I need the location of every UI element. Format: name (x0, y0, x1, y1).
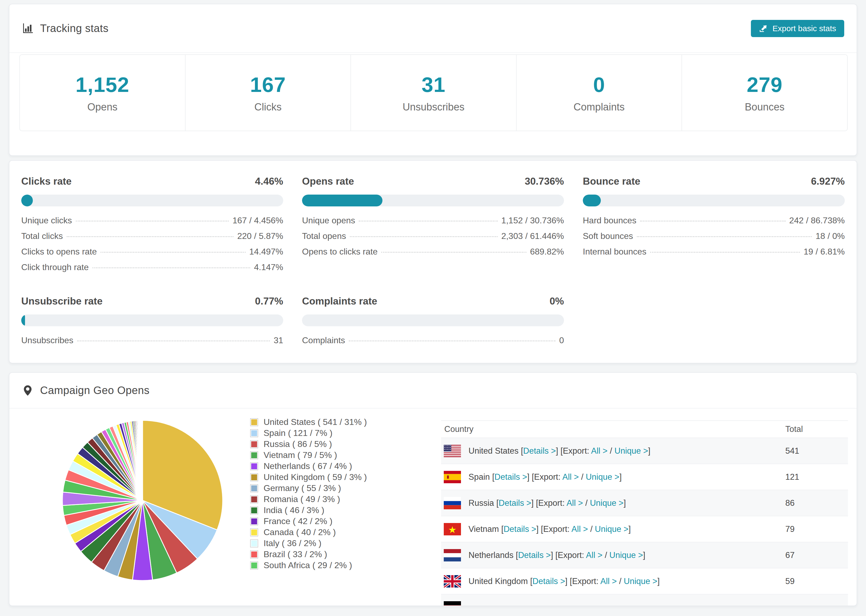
table-row: Vietnam [Details >] [Export: All > / Uni… (441, 516, 848, 542)
rate-row-value: 31 (274, 335, 283, 345)
details-link[interactable]: Details > (499, 498, 531, 508)
rate-value: 4.46% (255, 176, 283, 187)
legend-item[interactable]: South Africa ( 29 / 2% ) (250, 560, 367, 571)
country-name: Spain (469, 472, 492, 482)
stat-cell-opens: 1,152Opens (20, 55, 186, 130)
geo-header: Campaign Geo Opens (9, 373, 857, 409)
legend-color-swatch (250, 539, 258, 547)
export-unique-link[interactable]: Unique > (595, 524, 628, 534)
legend-label: South Africa ( 29 / 2% ) (264, 560, 352, 570)
legend-item[interactable]: Russia ( 86 / 5% ) (250, 438, 367, 449)
country-links: Netherlands [Details >] [Export: All > /… (469, 550, 645, 560)
stat-value: 1,152 (76, 72, 129, 97)
table-header-row: Country Total (441, 420, 848, 438)
export-basic-stats-button[interactable]: Export basic stats (751, 20, 844, 37)
legend-label: Spain ( 121 / 7% ) (264, 428, 332, 438)
legend-item[interactable]: Romania ( 49 / 3% ) (250, 494, 367, 505)
stat-cell-unsubscribes: 31Unsubscribes (351, 55, 516, 130)
country-links: Vietnam [Details >] [Export: All > / Uni… (469, 524, 631, 534)
rate-head: Unsubscribe rate0.77% (21, 295, 283, 307)
legend-item[interactable]: United States ( 541 / 31% ) (250, 416, 367, 427)
progress-bar-clicks-rate (21, 195, 283, 206)
geo-title: Campaign Geo Opens (40, 384, 150, 396)
rate-title: Complaints rate (302, 295, 377, 307)
rate-row: Total clicks220 / 5.87% (21, 231, 283, 247)
flag-us-icon (444, 445, 461, 457)
rate-head: Complaints rate0% (302, 295, 564, 307)
legend-item[interactable]: Germany ( 55 / 3% ) (250, 483, 367, 494)
legend-item[interactable]: Netherlands ( 67 / 4% ) (250, 460, 367, 472)
export-unique-link[interactable]: Unique > (624, 577, 657, 586)
stat-label: Complaints (574, 101, 625, 113)
dotted-leader (637, 236, 812, 237)
legend-item[interactable]: Brazil ( 33 / 2% ) (250, 549, 367, 560)
table-cell-total: 121 (785, 472, 848, 482)
export-all-link[interactable]: All > (591, 446, 608, 456)
table-cell-country: United Kingdom [Details >] [Export: All … (441, 575, 785, 588)
legend-item[interactable]: Spain ( 121 / 7% ) (250, 427, 367, 438)
rate-row-value: 4.147% (254, 262, 283, 272)
export-button-label: Export basic stats (772, 24, 836, 33)
progress-bar-bounce-rate (583, 195, 845, 206)
export-all-link[interactable]: All > (567, 498, 583, 508)
campaign-stats-page: { "theme": { "accent": "#1792a8", "bar_t… (0, 0, 866, 616)
legend-item[interactable]: India ( 46 / 3% ) (250, 505, 367, 516)
country-links: United Kingdom [Details >] [Export: All … (469, 577, 660, 586)
legend-item[interactable]: Vietnam ( 79 / 5% ) (250, 449, 367, 460)
legend-item[interactable]: Canada ( 40 / 2% ) (250, 527, 367, 538)
page-title: Tracking stats (40, 22, 109, 35)
legend-color-swatch (250, 451, 258, 459)
export-unique-link[interactable]: Unique > (614, 446, 648, 456)
rate-row: Soft bounces18 / 0% (583, 231, 845, 247)
tracking-stats-card: Tracking stats Export basic stats 1,152O… (9, 4, 857, 156)
rate-value: 6.927% (811, 176, 845, 187)
details-link[interactable]: Details > (518, 550, 551, 560)
export-all-link[interactable]: All > (562, 472, 579, 482)
details-link[interactable]: Details > (532, 577, 565, 586)
dotted-leader (76, 221, 229, 222)
export-unique-link[interactable]: Unique > (609, 550, 643, 560)
flag-es-icon (444, 471, 461, 483)
rate-row-label: Internal bounces (583, 247, 647, 257)
table-row (441, 594, 848, 606)
legend-item[interactable]: Italy ( 36 / 2% ) (250, 538, 367, 549)
details-link[interactable]: Details > (494, 472, 527, 482)
summary-stats-box: 1,152Opens167Clicks31Unsubscribes0Compla… (19, 54, 848, 131)
dotted-leader (650, 252, 800, 253)
rate-block-unsubscribe-rate: Unsubscribe rate0.77%Unsubscribes31 (21, 295, 283, 351)
country-links: United States [Details >] [Export: All >… (469, 446, 650, 456)
legend-label: Russia ( 86 / 5% ) (264, 439, 332, 449)
legend-color-swatch (250, 528, 258, 536)
rate-row: Hard bounces242 / 86.738% (583, 215, 845, 231)
rate-title: Bounce rate (583, 176, 640, 187)
rate-rows: Unique opens1,152 / 30.736%Total opens2,… (302, 215, 564, 262)
legend-item[interactable]: France ( 42 / 2% ) (250, 516, 367, 527)
country-links: Russia [Details >] [Export: All > / Uniq… (469, 498, 626, 508)
details-link[interactable]: Details > (504, 524, 536, 534)
rate-head: Bounce rate6.927% (583, 176, 845, 187)
rate-rows: Unsubscribes31 (21, 335, 283, 351)
table-row: United Kingdom [Details >] [Export: All … (441, 569, 848, 594)
pie-slice (142, 420, 143, 500)
details-link[interactable]: Details > (523, 446, 556, 456)
rate-row: Clicks to opens rate14.497% (21, 247, 283, 262)
legend-item[interactable]: United Kingdom ( 59 / 3% ) (250, 472, 367, 483)
bar-chart-icon (22, 23, 34, 35)
stat-label: Unsubscribes (403, 101, 464, 113)
progress-bar-fill (302, 195, 383, 206)
country-name: United Kingdom (469, 577, 530, 586)
export-all-link[interactable]: All > (572, 524, 588, 534)
export-unique-link[interactable]: Unique > (590, 498, 624, 508)
rate-row-value: 0 (559, 335, 564, 345)
export-all-link[interactable]: All > (600, 577, 617, 586)
legend-label: Canada ( 40 / 2% ) (264, 527, 336, 537)
stat-cell-clicks: 167Clicks (186, 55, 351, 130)
export-all-link[interactable]: All > (586, 550, 602, 560)
legend-color-swatch (250, 517, 258, 525)
rate-row-value: 14.497% (249, 247, 283, 257)
legend-label: United Kingdom ( 59 / 3% ) (264, 472, 367, 482)
rate-row-label: Opens to clicks rate (302, 247, 378, 257)
progress-bar-opens-rate (302, 195, 564, 206)
export-unique-link[interactable]: Unique > (586, 472, 619, 482)
legend-color-swatch (250, 462, 258, 470)
